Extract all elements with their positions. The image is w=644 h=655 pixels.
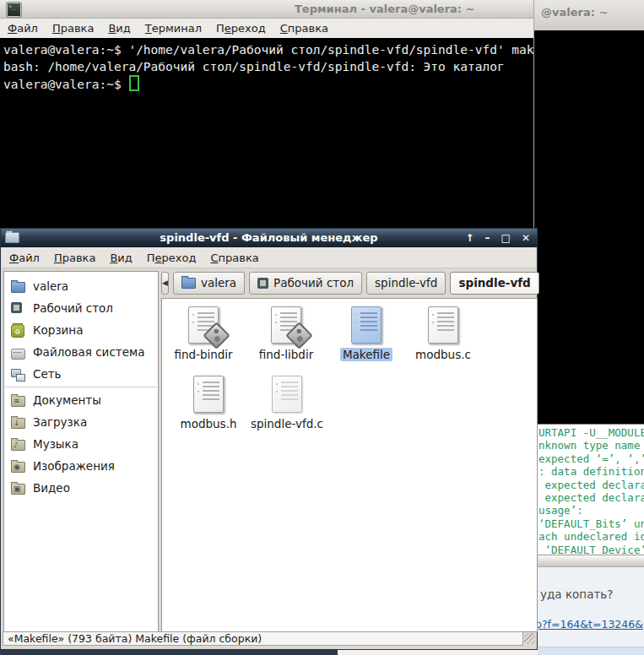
compile-output-line: ‘DEFAULT_Bits’ und — [538, 517, 644, 530]
sidebar-item-home[interactable]: valera — [4, 275, 158, 297]
status-text: «Makefile» (793 байта) Makefile (файл сб… — [3, 631, 523, 646]
terminal-menu-go[interactable]: Переход — [216, 22, 266, 35]
compile-output-line: expected declarat — [538, 479, 644, 491]
fm-menu-go[interactable]: Переход — [147, 252, 197, 264]
resize-grip[interactable] — [524, 633, 535, 644]
file-find-libdir[interactable]: find-libdir — [246, 306, 327, 362]
sidebar-item-filesystem[interactable]: Файловая система — [4, 341, 158, 363]
file-manager-menubar: Файл Правка Вид Переход Справка — [2, 247, 536, 268]
sidebar-item-network[interactable]: Сеть — [4, 363, 158, 385]
file-spindle-vfd-c[interactable]: spindle-vfd.c — [246, 376, 327, 431]
compile-output-text: URTAPI -U__MODULE_ nknown type name ‘ ex… — [534, 425, 644, 556]
window-controls: ↑ – □ ✕ — [466, 229, 530, 247]
terminal-menu-help[interactable]: Справка — [280, 22, 328, 35]
sidebar-item-pictures[interactable]: ◉ Изображения — [4, 455, 158, 477]
sidebar: valera Рабочий стол ♻ Корзина Файловая с… — [3, 271, 159, 632]
bottom-edge-strip — [0, 649, 538, 655]
fm-menu-edit[interactable]: Правка — [54, 252, 95, 264]
file-modbus-c[interactable]: modbus.c — [403, 306, 484, 362]
background-terminal-title: @valera: ~ — [541, 6, 608, 19]
compile-output-line: ach undeclared ide — [538, 530, 644, 543]
terminal-menubar: Файл Правка Вид Терминал Переход Справка — [0, 19, 542, 39]
statusbar: «Makefile» (793 байта) Makefile (файл сб… — [1, 631, 537, 647]
terminal-menu-file[interactable]: Файл — [8, 22, 38, 35]
terminal-app-icon — [6, 2, 22, 18]
path-button-home[interactable]: valera — [173, 272, 245, 295]
desktop-icon — [257, 278, 268, 289]
browser-band — [534, 647, 644, 655]
desktop-icon — [11, 301, 25, 316]
file-manager-titlebar[interactable]: spindle-vfd - Файловый менеджер ↑ – □ ✕ — [1, 229, 537, 247]
file-find-bindir[interactable]: find-bindir — [163, 306, 244, 362]
music-folder-icon: ♪ — [11, 437, 25, 452]
document-file-icon — [428, 306, 458, 344]
back-arrow-icon: ◀ — [162, 279, 168, 287]
script-file-icon — [271, 306, 301, 344]
sidebar-item-videos[interactable]: ▣ Видео — [4, 477, 158, 499]
compile-output-line: expected ‘=’, ‘,’, — [538, 452, 644, 465]
network-icon — [11, 367, 25, 382]
browser-window[interactable]: уда копать? p?f=164&t=13246&p=3040 — [534, 566, 644, 655]
compile-output-line: expected declarat — [538, 491, 644, 504]
file-modbus-h[interactable]: modbus.h — [168, 376, 249, 431]
terminal-menu-edit[interactable]: Правка — [52, 22, 94, 35]
file-makefile-selected[interactable]: Makefile — [326, 306, 407, 362]
back-button[interactable]: ◀ — [161, 272, 169, 295]
path-button-current[interactable]: spindle-vfd — [450, 272, 538, 295]
compile-output-window[interactable]: URTAPI -U__MODULE_ nknown type name ‘ ex… — [534, 424, 644, 567]
fm-menu-file[interactable]: Файл — [9, 252, 40, 264]
forum-link[interactable]: p?f=164&t=13246&p=3040 — [535, 618, 644, 631]
path-button-desktop[interactable]: Рабочий стол — [249, 272, 362, 295]
compile-output-line: : data definition — [538, 465, 644, 478]
downloads-folder-icon: ↓ — [11, 415, 25, 430]
bottom-strip-light — [338, 649, 538, 655]
background-terminal-titlebar[interactable]: @valera: ~ — [534, 0, 644, 30]
fm-menu-view[interactable]: Вид — [110, 252, 132, 264]
sidebar-separator — [5, 387, 157, 387]
terminal-menu-view[interactable]: Вид — [108, 22, 130, 35]
videos-folder-icon: ▣ — [11, 481, 25, 495]
fm-menu-help[interactable]: Справка — [210, 252, 258, 264]
background-terminal-content — [534, 30, 644, 425]
documents-folder-icon: ≡ — [11, 393, 25, 408]
file-manager-title: spindle-vfd - Файловый менеджер — [1, 231, 537, 244]
document-file-icon — [272, 376, 302, 413]
compile-output-line: usage’: — [538, 504, 644, 517]
sidebar-item-music[interactable]: ♪ Музыка — [4, 433, 158, 455]
document-file-icon — [193, 376, 224, 413]
bottom-strip-dark — [0, 649, 338, 655]
compile-output-line: nknown type name ‘ — [538, 439, 644, 452]
document-file-icon — [351, 306, 382, 344]
home-folder-icon — [181, 278, 196, 289]
close-button[interactable]: ✕ — [522, 229, 530, 247]
terminal-menu-terminal[interactable]: Терминал — [145, 22, 202, 35]
harddrive-icon — [11, 345, 25, 360]
trash-icon: ♻ — [11, 323, 25, 338]
home-folder-icon — [11, 279, 25, 294]
file-manager-window: spindle-vfd - Файловый менеджер ↑ – □ ✕ … — [0, 228, 538, 650]
terminal-title: Терминал - valera@valera: ~ — [295, 3, 474, 15]
sidebar-item-downloads[interactable]: ↓ Загрузка — [4, 411, 158, 433]
pictures-folder-icon: ◉ — [11, 459, 25, 474]
sidebar-item-documents[interactable]: ≡ Документы — [4, 389, 158, 411]
terminal-cursor — [129, 75, 139, 91]
sidebar-item-trash[interactable]: ♻ Корзина — [4, 319, 158, 341]
minimize-button[interactable]: – — [485, 229, 490, 247]
path-toolbar: ◀ valera Рабочий стол spindle-vfd spindl… — [161, 269, 538, 296]
maximize-button[interactable]: □ — [501, 229, 511, 247]
sidebar-item-desktop[interactable]: Рабочий стол — [4, 297, 158, 319]
forum-question-text: уда копать? — [540, 587, 613, 601]
compile-output-line: URTAPI -U__MODULE_ — [538, 426, 644, 439]
rollup-button[interactable]: ↑ — [466, 229, 474, 247]
background-terminal-window: @valera: ~ — [533, 0, 644, 425]
path-button-spindle-vfd[interactable]: spindle-vfd — [366, 272, 446, 295]
compile-output-statusbar — [534, 555, 644, 567]
script-file-icon — [188, 306, 219, 344]
file-pane[interactable]: find-bindir find-libdir Makefile modbus.… — [161, 298, 538, 632]
